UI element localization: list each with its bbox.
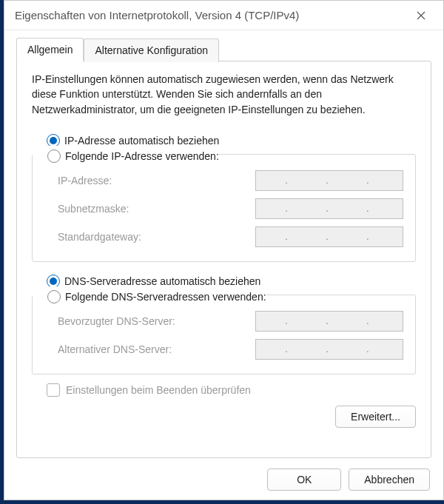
alternate-dns-input[interactable]: ...: [255, 339, 403, 360]
radio-ip-manual[interactable]: [47, 149, 61, 163]
ip-manual-group: Folgende IP-Adresse verwenden: IP-Adress…: [32, 154, 416, 262]
dialog-content: Allgemein Alternative Konfiguration IP-E…: [4, 30, 443, 500]
radio-dns-auto-label: DNS-Serveradresse automatisch beziehen: [64, 275, 260, 287]
radio-dns-manual[interactable]: [47, 290, 61, 303]
preferred-dns-row: Bevorzugter DNS-Server: ...: [33, 307, 403, 335]
gateway-label: Standardgateway:: [58, 231, 249, 243]
subnet-label: Subnetzmaske:: [58, 203, 249, 215]
ip-address-input[interactable]: ...: [255, 170, 403, 191]
gateway-row: Standardgateway: ...: [33, 223, 403, 251]
validate-checkbox[interactable]: [47, 383, 60, 397]
validate-checkbox-row[interactable]: Einstellungen beim Beenden überprüfen: [32, 383, 416, 397]
ip-address-row: IP-Adresse: ...: [33, 167, 403, 195]
dialog-footer: OK Abbrechen: [16, 458, 431, 491]
radio-ip-auto-label: IP-Adresse automatisch beziehen: [64, 135, 219, 147]
tab-alternative[interactable]: Alternative Konfiguration: [84, 38, 219, 62]
titlebar: Eigenschaften von Internetprotokoll, Ver…: [4, 1, 443, 30]
ip-address-label: IP-Adresse:: [58, 175, 249, 187]
gateway-input[interactable]: ...: [255, 226, 403, 247]
radio-ip-manual-label: Folgende IP-Adresse verwenden:: [65, 150, 219, 162]
radio-dns-manual-label: Folgende DNS-Serveradressen verwenden:: [65, 291, 266, 303]
preferred-dns-input[interactable]: ...: [255, 311, 403, 332]
validate-checkbox-label: Einstellungen beim Beenden überprüfen: [66, 384, 251, 396]
subnet-input[interactable]: ...: [255, 198, 403, 219]
description-text: IP-Einstellungen können automatisch zuge…: [32, 72, 416, 117]
tab-strip: Allgemein Alternative Konfiguration: [16, 38, 431, 61]
preferred-dns-label: Bevorzugter DNS-Server:: [58, 315, 249, 327]
window-title: Eigenschaften von Internetprotokoll, Ver…: [15, 9, 299, 21]
radio-ip-manual-row[interactable]: Folgende IP-Adresse verwenden:: [33, 146, 219, 167]
subnet-row: Subnetzmaske: ...: [33, 195, 403, 223]
dialog-window: Eigenschaften von Internetprotokoll, Ver…: [4, 0, 444, 500]
advanced-row: Erweitert...: [32, 406, 416, 428]
dns-manual-group: Folgende DNS-Serveradressen verwenden: B…: [32, 295, 416, 374]
ok-button[interactable]: OK: [267, 468, 341, 491]
alternate-dns-label: Alternativer DNS-Server:: [58, 343, 249, 355]
alternate-dns-row: Alternativer DNS-Server: ...: [33, 335, 403, 363]
close-button[interactable]: [408, 5, 434, 26]
advanced-button[interactable]: Erweitert...: [335, 406, 416, 428]
tab-panel-general: IP-Einstellungen können automatisch zuge…: [16, 61, 431, 458]
tab-general[interactable]: Allgemein: [16, 38, 84, 61]
cancel-button[interactable]: Abbrechen: [349, 468, 430, 491]
radio-dns-manual-row[interactable]: Folgende DNS-Serveradressen verwenden:: [33, 286, 266, 307]
close-icon: [417, 11, 426, 20]
